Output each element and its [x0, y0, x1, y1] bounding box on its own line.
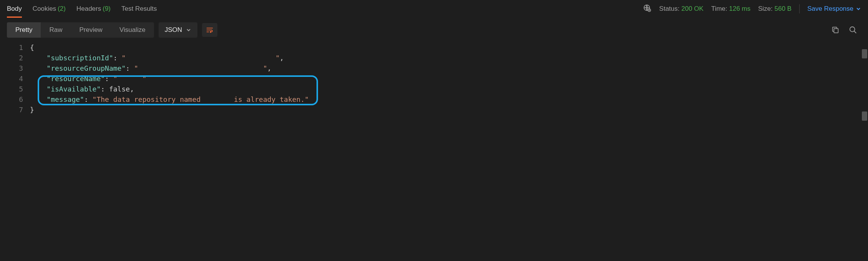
code-token: "resourceGroupName" [46, 64, 126, 72]
code-token: " " [121, 54, 280, 62]
globe-icon[interactable] [643, 4, 651, 14]
view-tab-visualize-label: Visualize [119, 26, 146, 33]
svg-rect-3 [834, 28, 838, 33]
divider [799, 4, 800, 13]
tab-cookies-count: (2) [58, 5, 66, 13]
line-number: 6 [0, 94, 23, 105]
line-number: 4 [0, 73, 23, 84]
scrollbar[interactable] [861, 45, 868, 261]
status-label: Status: 200 OK [659, 5, 703, 13]
status-label-text: Status: [659, 5, 679, 12]
code-token: "The data repository named is already ta… [93, 95, 309, 103]
view-tab-visualize[interactable]: Visualize [111, 22, 154, 38]
code-token: " " [113, 75, 147, 83]
svg-point-4 [850, 27, 855, 32]
line-number: 1 [0, 42, 23, 53]
chevron-down-icon [186, 27, 191, 33]
code-token: "resourceName" [46, 75, 105, 83]
code-token: } [30, 106, 34, 114]
time-value: 126 ms [729, 5, 750, 12]
tab-headers[interactable]: Headers (9) [76, 0, 111, 18]
tab-headers-count: (9) [103, 5, 111, 13]
code-token: false [109, 85, 130, 93]
scrollbar-thumb[interactable] [862, 49, 867, 58]
scrollbar-thumb[interactable] [862, 111, 867, 121]
view-tab-preview[interactable]: Preview [71, 22, 111, 38]
wrap-icon [206, 26, 214, 34]
tab-body[interactable]: Body [7, 0, 22, 18]
time-label-text: Time: [711, 5, 727, 12]
view-mode-tabs: Pretty Raw Preview Visualize [7, 22, 154, 38]
wrap-lines-button[interactable] [202, 23, 217, 37]
view-tab-pretty[interactable]: Pretty [7, 22, 41, 38]
line-number: 2 [0, 53, 23, 63]
line-number: 5 [0, 84, 23, 94]
save-response-button[interactable]: Save Response [807, 5, 861, 13]
svg-point-1 [648, 8, 651, 11]
line-number: 3 [0, 63, 23, 73]
size-label: Size: 560 B [758, 5, 792, 13]
view-tab-raw-label: Raw [49, 26, 62, 33]
code-token: "message" [46, 95, 84, 103]
copy-icon[interactable] [831, 26, 840, 34]
tab-test-results[interactable]: Test Results [121, 0, 157, 18]
svg-point-2 [649, 9, 649, 10]
view-tab-preview-label: Preview [79, 26, 102, 33]
response-body: 1 2 3 4 5 6 7 { "subscriptionId": " ", "… [0, 42, 868, 115]
search-icon[interactable] [849, 26, 857, 34]
size-label-text: Size: [758, 5, 773, 12]
chevron-down-icon [856, 6, 861, 12]
code-token: { [30, 43, 34, 52]
time-label: Time: 126 ms [711, 5, 750, 13]
format-dropdown-label: JSON [165, 26, 182, 34]
tab-cookies-label: Cookies [33, 5, 56, 13]
line-number: 7 [0, 105, 23, 115]
code-token: " " [134, 64, 267, 72]
code-token: "subscriptionId" [46, 54, 113, 62]
tab-headers-label: Headers [76, 5, 101, 13]
code-content[interactable]: { "subscriptionId": " ", "resourceGroupN… [30, 42, 868, 115]
line-numbers: 1 2 3 4 5 6 7 [0, 42, 30, 115]
tab-cookies[interactable]: Cookies (2) [33, 0, 66, 18]
status-value: 200 OK [681, 5, 704, 12]
tab-body-label: Body [7, 5, 22, 13]
save-response-label: Save Response [807, 5, 853, 13]
code-token: "isAvailable" [46, 85, 101, 93]
size-value: 560 B [775, 5, 792, 12]
view-tab-pretty-label: Pretty [15, 26, 32, 33]
view-tab-raw[interactable]: Raw [41, 22, 71, 38]
format-dropdown[interactable]: JSON [159, 22, 197, 38]
tab-test-results-label: Test Results [121, 5, 157, 13]
